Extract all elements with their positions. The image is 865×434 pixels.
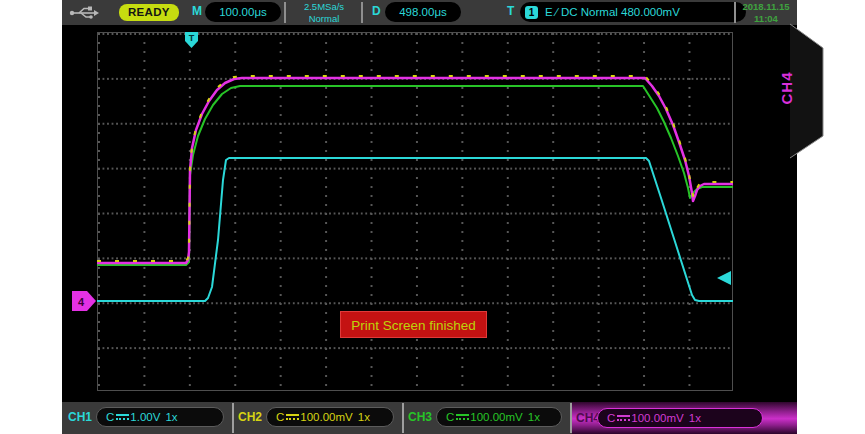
topbar-divider <box>284 2 286 23</box>
sample-rate-readout: 2.5MSa/s Normal <box>290 1 358 24</box>
channel-name: CH2 <box>238 410 262 424</box>
delay-value-box[interactable]: 498.00μs <box>385 2 461 22</box>
channel-settings-box: C100.00mV1x <box>597 408 763 428</box>
popup-message: Print Screen finished <box>340 311 487 338</box>
scope-screen: READY M 100.00μs 2.5MSa/s Normal D 498.0… <box>62 0 797 434</box>
volts-per-div: 100.00mV <box>470 411 522 423</box>
sample-rate: 2.5MSa/s <box>304 1 344 12</box>
channel-name: CH1 <box>68 410 92 424</box>
dc-coupling-icon <box>456 413 469 422</box>
usb-icon <box>68 5 100 20</box>
volts-per-div: 100.00mV <box>631 412 683 424</box>
dc-coupling-icon <box>116 413 129 422</box>
timebase-value-box[interactable]: 100.00μs <box>205 2 281 22</box>
channel-status-bar: CH1 C1.00V1x CH2 C100.00mV1x CH3 C100.00… <box>62 402 797 434</box>
coupling-letter: C <box>106 411 114 423</box>
status-badge: READY <box>119 4 179 21</box>
probe-ratio: 1x <box>689 412 701 424</box>
oscilloscope-screenshot: READY M 100.00μs 2.5MSa/s Normal D 498.0… <box>0 0 865 434</box>
date-text: 2018.11.15 <box>742 1 789 12</box>
volts-per-div: 100.00mV <box>300 411 352 423</box>
dc-coupling-icon <box>286 413 299 422</box>
dc-coupling-icon <box>617 414 630 423</box>
datetime-readout: 2018.11.15 11:04 <box>738 1 794 24</box>
topbar-divider <box>361 2 363 23</box>
channel-info-ch4[interactable]: CH4 C100.00mV1x <box>572 402 797 434</box>
trigger-label: T <box>507 4 514 18</box>
channel-info-ch1[interactable]: CH1 C1.00V1x <box>64 404 230 431</box>
channel-settings-box: C100.00mV1x <box>436 407 562 427</box>
coupling-letter: C <box>446 411 454 423</box>
probe-ratio: 1x <box>165 411 177 423</box>
topbar-divider <box>734 2 736 23</box>
channel-name: CH3 <box>408 410 432 424</box>
trigger-source-badge: 1 <box>525 6 538 19</box>
coupling-letter: C <box>607 412 615 424</box>
ch4-offset-label: 4 <box>78 296 85 308</box>
trigger-settings-text: E ∕ DC Normal 480.000mV <box>545 2 680 22</box>
probe-ratio: 1x <box>358 411 370 423</box>
coupling-letter: C <box>276 411 284 423</box>
top-status-bar: READY M 100.00μs 2.5MSa/s Normal D 498.0… <box>62 0 797 25</box>
channel-settings-box: C1.00V1x <box>96 407 224 427</box>
probe-ratio: 1x <box>528 411 540 423</box>
timebase-label: M <box>192 4 202 18</box>
channel-settings-box: C100.00mV1x <box>266 407 394 427</box>
delay-label: D <box>372 4 381 18</box>
channel-info-ch2[interactable]: CH2 C100.00mV1x <box>234 404 400 431</box>
trigger-info-box[interactable]: 1 E ∕ DC Normal 480.000mV <box>520 2 746 22</box>
time-text: 11:04 <box>754 13 778 24</box>
volts-per-div: 1.00V <box>130 411 160 423</box>
acquire-mode: Normal <box>309 13 340 24</box>
channel-info-ch3[interactable]: CH3 C100.00mV1x <box>404 404 568 431</box>
ch4-offset-marker[interactable]: 4 <box>72 291 96 311</box>
menu-tab-ch4[interactable]: CH4 <box>778 62 798 114</box>
